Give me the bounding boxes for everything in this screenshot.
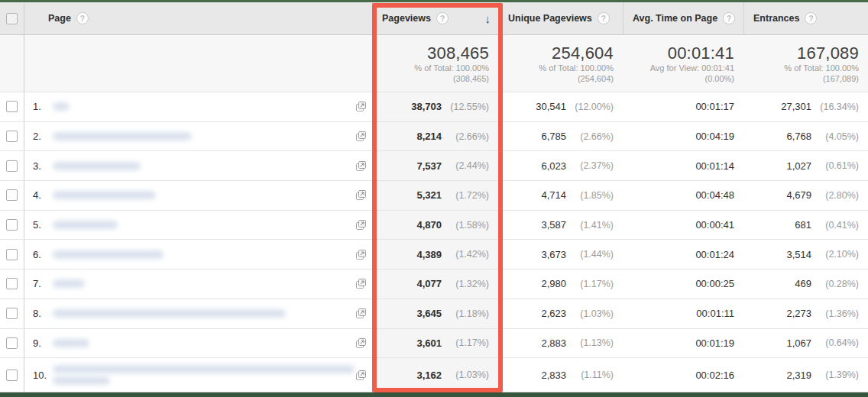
page-link-blurred[interactable] [53, 221, 118, 229]
open-in-new-icon[interactable] [356, 190, 372, 200]
open-in-new-icon[interactable] [356, 338, 372, 348]
unique-pageviews-cell: 2,623 (1.03%) [498, 299, 623, 328]
row-checkbox[interactable] [6, 337, 18, 349]
open-in-new-icon[interactable] [356, 279, 372, 289]
open-in-new-icon[interactable] [356, 308, 372, 318]
page-link-blurred[interactable] [53, 365, 355, 385]
page-link-blurred[interactable] [53, 102, 70, 111]
page-link-blurred[interactable] [53, 279, 85, 288]
pageviews-cell: 7,537 (2.44%) [372, 151, 498, 180]
avg-time-cell: 00:01:24 [623, 240, 743, 269]
avg-time-value: 00:04:19 [695, 131, 734, 142]
column-label-avg-time: Avg. Time on Page [633, 13, 717, 24]
row-checkbox[interactable] [6, 370, 18, 381]
select-all-checkbox[interactable] [6, 13, 18, 24]
entrances-cell: 3,514 (2.10%) [743, 240, 868, 269]
avg-time-value: 00:01:14 [695, 160, 734, 172]
row-checkbox[interactable] [6, 278, 18, 289]
page-frame-bottom [0, 392, 868, 397]
table-header: Page ? Pageviews ? ↓ Unique Pageviews ? … [0, 2, 868, 35]
page-link-blurred[interactable] [53, 250, 164, 259]
page-cell: 10. [24, 358, 372, 392]
unique-pageviews-value: 3,587 [541, 219, 566, 231]
summary-avg-time-value: 00:01:41 [668, 43, 734, 64]
open-in-new-icon[interactable] [356, 250, 372, 260]
table-row: 2. 8,214 (2.66%) 6,785 (2.66%) 00:04:19 … [0, 122, 868, 152]
row-checkbox-cell [0, 270, 24, 299]
entrances-value: 469 [795, 278, 811, 289]
entrances-percent: (4.05%) [811, 131, 859, 142]
page-cell: 2. [24, 122, 372, 151]
unique-pageviews-percent: (2.66%) [566, 131, 614, 142]
page-cell: 8. [24, 299, 372, 328]
table-row: 3. 7,537 (2.44%) 6,023 (2.37%) 00:01:14 … [0, 151, 868, 181]
table-row: 5. 4,870 (1.58%) 3,587 (1.41%) 00:00:41 … [0, 211, 868, 240]
unique-pageviews-value: 4,714 [541, 189, 566, 201]
open-in-new-icon[interactable] [356, 370, 372, 380]
summary-entrances-pct-of-total: % of Total: 100.00% [784, 63, 859, 74]
column-label-page: Page [48, 13, 71, 24]
column-header-page[interactable]: Page ? [24, 2, 372, 34]
summary-check-spacer [0, 35, 24, 92]
unique-pageviews-percent: (1.13%) [566, 337, 614, 348]
column-header-unique-pageviews[interactable]: Unique Pageviews ? [498, 2, 623, 34]
column-label-entrances: Entrances [753, 13, 799, 24]
help-icon[interactable]: ? [76, 12, 89, 24]
entrances-value: 1,067 [786, 337, 811, 349]
row-checkbox-cell [0, 151, 24, 180]
table-row: 8. 3,645 (1.18%) 2,623 (1.03%) 00:01:11 … [0, 299, 868, 329]
unique-pageviews-cell: 30,541 (12.00%) [498, 92, 623, 121]
entrances-percent: (1.39%) [811, 370, 859, 380]
row-checkbox[interactable] [6, 131, 18, 142]
page-cell: 3. [24, 151, 372, 180]
open-in-new-icon[interactable] [356, 161, 372, 171]
unique-pageviews-cell: 2,833 (1.11%) [498, 358, 623, 392]
avg-time-value: 00:01:24 [695, 249, 734, 260]
page-link-blurred[interactable] [53, 309, 286, 318]
unique-pageviews-cell: 3,587 (1.41%) [498, 211, 623, 240]
pageviews-percent: (1.18%) [442, 308, 489, 319]
row-number: 2. [33, 131, 53, 142]
pageviews-percent: (1.72%) [442, 190, 489, 201]
entrances-value: 2,273 [786, 308, 811, 319]
pageviews-cell: 4,077 (1.32%) [372, 270, 498, 299]
page-link-blurred[interactable] [53, 339, 89, 347]
analytics-table: Page ? Pageviews ? ↓ Unique Pageviews ? … [0, 2, 868, 392]
row-checkbox[interactable] [6, 249, 18, 260]
page-cell: 6. [24, 240, 372, 269]
page-cell: 4. [24, 181, 372, 210]
column-header-avg-time[interactable]: Avg. Time on Page ? [623, 2, 743, 34]
row-checkbox[interactable] [6, 101, 18, 112]
row-checkbox[interactable] [6, 189, 18, 201]
help-icon[interactable]: ? [436, 12, 449, 24]
page-link-blurred[interactable] [53, 132, 192, 140]
help-icon[interactable]: ? [598, 12, 610, 24]
entrances-value: 3,514 [786, 249, 811, 260]
row-checkbox[interactable] [6, 308, 18, 319]
summary-row: 308,465 % of Total: 100.00% (308,465) 25… [0, 35, 868, 92]
pageviews-value: 3,601 [416, 337, 442, 349]
summary-entrances: 167,089 % of Total: 100.00% (167,089) [743, 35, 868, 92]
summary-unique-pct-of-total: % of Total: 100.00% [539, 63, 614, 74]
unique-pageviews-cell: 6,023 (2.37%) [498, 151, 623, 180]
row-number: 8. [33, 308, 53, 319]
page-link-blurred[interactable] [53, 162, 141, 170]
open-in-new-icon[interactable] [356, 220, 372, 230]
page-link-blurred[interactable] [53, 191, 156, 199]
summary-unique-total: (254,604) [578, 74, 614, 85]
open-in-new-icon[interactable] [356, 131, 372, 141]
entrances-cell: 27,301 (16.34%) [743, 92, 868, 121]
row-checkbox[interactable] [6, 160, 18, 172]
help-icon[interactable]: ? [723, 12, 735, 24]
pageviews-cell: 4,870 (1.58%) [372, 211, 498, 240]
help-icon[interactable]: ? [805, 12, 817, 24]
table-row: 4. 5,321 (1.72%) 4,714 (1.85%) 00:04:48 … [0, 181, 868, 211]
entrances-value: 27,301 [781, 101, 811, 112]
row-checkbox[interactable] [6, 219, 18, 231]
column-header-pageviews[interactable]: Pageviews ? ↓ [372, 2, 498, 34]
page-cell: 5. [24, 211, 372, 240]
entrances-cell: 1,067 (0.64%) [743, 329, 868, 358]
open-in-new-icon[interactable] [356, 102, 372, 111]
column-header-entrances[interactable]: Entrances ? [743, 2, 868, 34]
pageviews-cell: 5,321 (1.72%) [372, 181, 498, 210]
